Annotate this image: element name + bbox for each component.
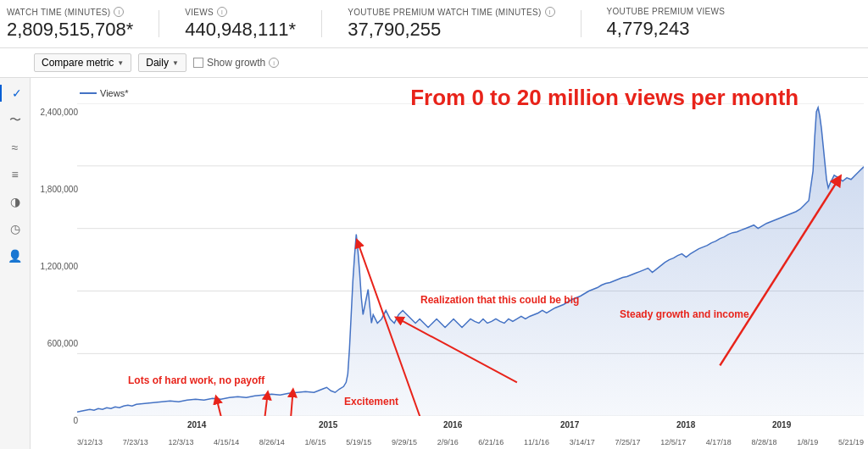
annotation-excitement: Excitement bbox=[344, 396, 398, 407]
watch-time-info-icon[interactable]: i bbox=[114, 7, 124, 17]
premium-watch-time-label: YOUTUBE PREMIUM WATCH TIME (MINUTES) i bbox=[348, 7, 554, 17]
chart-area: From 0 to 20 million views per month Vie… bbox=[31, 78, 868, 449]
metrics-bar: WATCH TIME (MINUTES) i 2,809,515,708* VI… bbox=[0, 0, 868, 48]
chart-svg bbox=[77, 103, 864, 416]
year-label-2014: 2014 bbox=[187, 420, 206, 430]
views-label: VIEWS i bbox=[185, 7, 296, 17]
daily-arrow-icon: ▼ bbox=[172, 59, 179, 67]
sidebar-icon-person[interactable]: 👤 bbox=[7, 247, 24, 264]
views-metric: VIEWS i 440,948,111* bbox=[185, 7, 296, 41]
show-growth-info-icon[interactable]: i bbox=[269, 58, 279, 68]
year-label-2018: 2018 bbox=[676, 420, 695, 430]
watch-time-label: WATCH TIME (MINUTES) i bbox=[7, 7, 133, 17]
chart-title: From 0 to 20 million views per month bbox=[410, 85, 798, 111]
year-label-2019: 2019 bbox=[772, 420, 791, 430]
y-axis: 2,400,000 1,800,000 1,200,000 600,000 0 bbox=[37, 108, 78, 425]
annotation-realization: Realization that this could be big bbox=[420, 294, 579, 306]
show-growth-checkbox[interactable] bbox=[193, 58, 203, 68]
premium-views-label: YOUTUBE PREMIUM VIEWS bbox=[607, 7, 726, 16]
sidebar: ✓ 〜 ≈ ≡ ◑ ◷ 👤 bbox=[0, 78, 31, 449]
sidebar-icon-clock[interactable]: ◷ bbox=[7, 220, 24, 237]
toolbar: Compare metric ▼ Daily ▼ Show growth i bbox=[0, 48, 868, 78]
compare-metric-arrow-icon: ▼ bbox=[117, 59, 124, 67]
year-label-2015: 2015 bbox=[319, 420, 337, 430]
views-info-icon[interactable]: i bbox=[217, 7, 227, 17]
show-growth-label[interactable]: Show growth i bbox=[193, 57, 279, 69]
sidebar-icon-wave[interactable]: 〜 bbox=[7, 112, 24, 129]
annotation-steady-growth: Steady growth and income bbox=[620, 308, 749, 320]
sidebar-icon-pie[interactable]: ◑ bbox=[7, 193, 24, 210]
x-axis: 3/12/13 7/23/13 12/3/13 4/15/14 8/26/14 … bbox=[77, 438, 864, 446]
premium-watch-time-metric: YOUTUBE PREMIUM WATCH TIME (MINUTES) i 3… bbox=[348, 7, 554, 41]
sidebar-icon-wave2[interactable]: ≈ bbox=[7, 139, 24, 156]
year-label-2016: 2016 bbox=[443, 420, 462, 430]
premium-watch-time-info-icon[interactable]: i bbox=[545, 7, 555, 17]
premium-views-value: 4,779,243 bbox=[607, 18, 726, 40]
watch-time-metric: WATCH TIME (MINUTES) i 2,809,515,708* bbox=[7, 7, 133, 41]
compare-metric-dropdown[interactable]: Compare metric ▼ bbox=[34, 53, 131, 72]
chart-legend: Views* bbox=[80, 88, 128, 98]
premium-watch-time-value: 37,790,255 bbox=[348, 19, 554, 41]
main-content: ✓ 〜 ≈ ≡ ◑ ◷ 👤 From 0 to 20 million views… bbox=[0, 78, 868, 449]
watch-time-value: 2,809,515,708* bbox=[7, 19, 133, 41]
annotation-hard-work: Lots of hard work, no payoff bbox=[128, 374, 264, 386]
year-label-2017: 2017 bbox=[560, 420, 579, 430]
sidebar-icon-checkmark[interactable]: ✓ bbox=[0, 85, 30, 102]
daily-dropdown[interactable]: Daily ▼ bbox=[138, 53, 186, 72]
views-value: 440,948,111* bbox=[185, 19, 296, 41]
premium-views-metric: YOUTUBE PREMIUM VIEWS 4,779,243 bbox=[607, 7, 726, 41]
sidebar-icon-bar[interactable]: ≡ bbox=[7, 166, 24, 183]
legend-line-icon bbox=[80, 92, 97, 94]
